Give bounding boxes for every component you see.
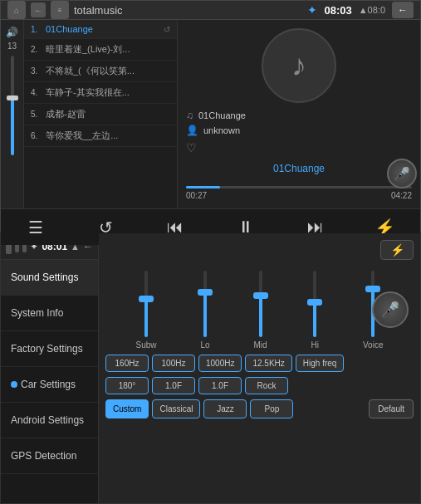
freq-btn-160hz[interactable]: 160Hz [105, 355, 149, 372]
mid-thumb[interactable] [253, 292, 268, 299]
hi-label: Hi [311, 340, 319, 350]
track-index: 5. [31, 110, 42, 119]
lo-label: Lo [200, 340, 209, 350]
lo-thumb[interactable] [198, 289, 213, 296]
settings-mic-button[interactable]: 🎤 [372, 291, 409, 328]
settings-sidebar: ✦ 08:01 ▲ ← Sound Settings System Info F… [1, 233, 99, 503]
hi-fill [313, 304, 316, 337]
app-title: totalmusic [74, 4, 302, 17]
subw-label: Subw [135, 340, 156, 350]
val-btn-rock[interactable]: Rock [245, 377, 288, 394]
top-bar-right: ✦ 08:03 ▲08:0 ← [307, 2, 414, 18]
val-btn-1f-2[interactable]: 1.0F [198, 377, 242, 394]
eq-channel-lo: Lo [200, 267, 209, 350]
list-item[interactable]: 5. 成都-赵雷 [24, 104, 177, 125]
total-time: 04:22 [391, 191, 412, 200]
val-btn-1f-1[interactable]: 1.0F [152, 377, 195, 394]
volume-value: 13 [7, 42, 17, 51]
heart-row[interactable]: ♡ [186, 139, 412, 154]
sidebar-item-factory-settings[interactable]: Factory Settings [1, 331, 98, 367]
freq-btn-highfreq[interactable]: High freq [296, 355, 345, 372]
track-index: 2. [31, 45, 42, 54]
sidebar-item-sound-settings[interactable]: Sound Settings [1, 260, 98, 296]
track-index: 6. [31, 131, 42, 140]
progress-track [186, 186, 412, 188]
freq-btn-1000hz[interactable]: 1000Hz [198, 355, 242, 372]
top-bar: ⌂ ← ≡ totalmusic ✦ 08:03 ▲08:0 ← [1, 1, 420, 20]
track-title-main: 01Chuange [273, 163, 325, 174]
hi-thumb[interactable] [307, 299, 322, 306]
lo-slider[interactable] [203, 271, 207, 337]
lo-fill [203, 294, 207, 337]
artist-row: 👤 unknown [186, 125, 412, 136]
freq-btn-125khz[interactable]: 12.5KHz [245, 355, 291, 372]
app-icon[interactable]: ≡ [51, 1, 69, 19]
heart-icon[interactable]: ♡ [186, 141, 197, 154]
eq-toggle-button[interactable]: ⚡ [380, 240, 414, 260]
playlist: 1. 01Chuange ↺ 2. 暗里着迷_(Live)-刘... 3. 不将… [24, 20, 178, 208]
back-button[interactable]: ← [392, 2, 414, 18]
car-settings-dot [11, 381, 17, 388]
progress-bar[interactable]: 00:27 04:22 [186, 186, 412, 200]
subw-thumb[interactable] [139, 296, 154, 302]
list-item[interactable]: 6. 等你爱我__左边... [24, 125, 177, 147]
subw-slider[interactable] [144, 271, 148, 337]
subw-fill [144, 301, 148, 337]
track-title: 暗里着迷_(Live)-刘... [46, 43, 130, 56]
settings-mic-icon: 🎤 [381, 301, 399, 319]
eq-sliders: Subw Lo Mid [105, 267, 414, 350]
mid-label: Mid [254, 340, 267, 350]
volume-slider[interactable] [11, 56, 14, 155]
mic-button[interactable]: 🎤 [387, 159, 417, 188]
list-item[interactable]: 3. 不将就_(《何以笑第... [24, 61, 177, 82]
sidebar-item-gps-detection[interactable]: GPS Detection [1, 438, 98, 474]
preset-btn-custom[interactable]: Custom [105, 399, 149, 418]
hi-slider[interactable] [313, 271, 316, 337]
track-title: 车静子-其实我很在... [46, 86, 130, 99]
preset-btn-pop[interactable]: Pop [250, 399, 293, 418]
list-item[interactable]: 2. 暗里着迷_(Live)-刘... [24, 39, 177, 61]
voice-label: Voice [363, 340, 383, 350]
mic-icon: 🎤 [394, 166, 410, 182]
track-title: 不将就_(《何以笑第... [46, 65, 135, 77]
sidebar-item-car-settings[interactable]: Car Settings [1, 367, 98, 403]
time-display: 08:03 [324, 4, 351, 17]
signal-icon: ▲08:0 [359, 5, 385, 15]
mid-slider[interactable] [259, 271, 262, 337]
back-small-icon[interactable]: ← [31, 2, 46, 17]
volume-sidebar: 🔊 13 [1, 20, 24, 208]
person-icon: 👤 [186, 125, 198, 136]
voice-thumb[interactable] [365, 286, 380, 292]
track-name: 01Chuange [198, 110, 246, 120]
volume-icon: 🔊 [6, 27, 18, 38]
home-icon[interactable]: ⌂ [7, 1, 26, 19]
progress-times: 00:27 04:22 [186, 191, 412, 200]
current-time: 00:27 [186, 191, 207, 200]
track-index: 1. [31, 25, 42, 34]
default-button[interactable]: Default [369, 399, 414, 418]
val-btn-180[interactable]: 180° [105, 377, 149, 394]
album-art: ♪ [262, 28, 336, 103]
playlist-button[interactable]: ☰ [17, 209, 54, 246]
main-content: 🔊 13 1. 01Chuange ↺ 2. 暗里着迷_(Live)-刘... … [1, 20, 420, 208]
sidebar-item-system-info[interactable]: System Info [1, 296, 98, 331]
sidebar-item-android-settings[interactable]: Android Settings [1, 403, 98, 438]
freq-buttons: 160Hz 100Hz 1000Hz 12.5KHz High freq [105, 355, 414, 372]
list-item[interactable]: 1. 01Chuange ↺ [24, 20, 177, 39]
freq-btn-100hz[interactable]: 100Hz [152, 355, 195, 372]
volume-thumb[interactable] [7, 95, 18, 100]
settings-panel: ✦ 08:01 ▲ ← Sound Settings System Info F… [0, 232, 421, 504]
eq-channel-subw: Subw [135, 267, 156, 350]
track-title: 01Chuange [46, 24, 93, 34]
preset-btn-jazz[interactable]: Jazz [203, 399, 247, 418]
track-title: 成都-赵雷 [46, 108, 86, 120]
list-item[interactable]: 4. 车静子-其实我很在... [24, 82, 177, 104]
artist-name: unknown [203, 125, 240, 135]
preset-btn-classical[interactable]: Classical [152, 399, 200, 418]
track-name-row: ♫ 01Chuange [186, 110, 412, 121]
list-icon: ☰ [28, 218, 43, 237]
eq-channel-hi: Hi [311, 267, 319, 350]
music-note-icon: ♪ [291, 48, 306, 83]
settings-top-row: ⚡ [105, 240, 414, 260]
val-buttons: 180° 1.0F 1.0F Rock [105, 377, 414, 394]
